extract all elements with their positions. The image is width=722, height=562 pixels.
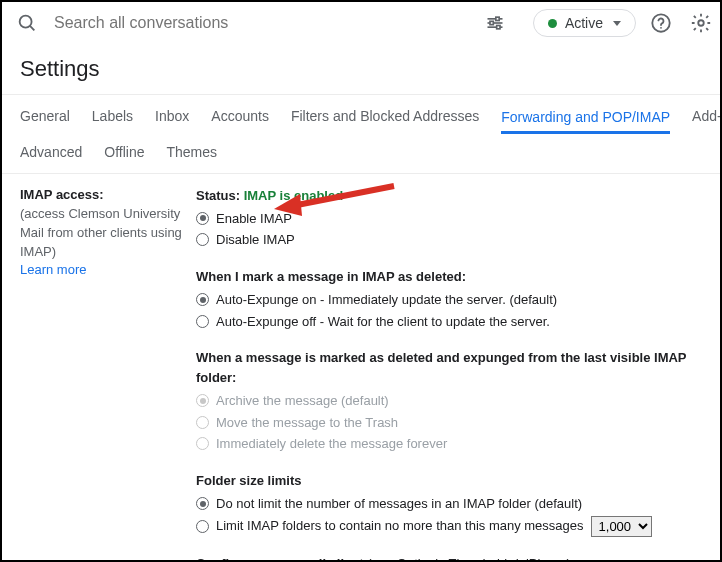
option-label: Do not limit the number of messages in a… xyxy=(216,494,582,514)
svg-rect-6 xyxy=(490,21,493,24)
expunge-archive-option: Archive the message (default) xyxy=(196,390,714,412)
option-label: Move the message to the Trash xyxy=(216,413,398,433)
option-label: Disable IMAP xyxy=(216,230,295,250)
top-bar: Active xyxy=(2,2,720,44)
auto-expunge-on-option[interactable]: Auto-Expunge on - Immediately update the… xyxy=(196,289,714,311)
tab-labels[interactable]: Labels xyxy=(92,106,133,126)
radio-icon xyxy=(196,520,209,533)
gear-icon[interactable] xyxy=(686,8,716,38)
status-chip-label: Active xyxy=(565,15,603,31)
folder-group-title: Folder size limits xyxy=(196,471,714,491)
imap-status: Status: IMAP is enabled xyxy=(196,186,714,206)
radio-icon xyxy=(196,315,209,328)
imap-access-heading: IMAP access: xyxy=(20,186,182,205)
svg-rect-5 xyxy=(496,17,499,20)
tune-icon[interactable] xyxy=(485,13,505,33)
status-dot-icon xyxy=(548,19,557,28)
help-icon[interactable] xyxy=(646,8,676,38)
svg-rect-7 xyxy=(497,26,500,29)
option-label: Limit IMAP folders to contain no more th… xyxy=(216,516,584,536)
imap-access-desc: (access Clemson University Mail from oth… xyxy=(20,205,182,262)
tab-forwarding-and-pop-imap[interactable]: Forwarding and POP/IMAP xyxy=(501,107,670,134)
svg-point-10 xyxy=(698,20,704,26)
radio-icon xyxy=(196,293,209,306)
expunge-trash-option: Move the message to the Trash xyxy=(196,412,714,434)
enable-imap-option[interactable]: Enable IMAP xyxy=(196,208,714,230)
radio-icon xyxy=(196,437,209,450)
expunge-group-title: When a message is marked as deleted and … xyxy=(196,348,714,387)
option-label: Archive the message (default) xyxy=(216,391,389,411)
tab-offline[interactable]: Offline xyxy=(104,142,144,162)
option-label: Auto-Expunge off - Wait for the client t… xyxy=(216,312,550,332)
svg-point-0 xyxy=(20,16,32,28)
svg-line-1 xyxy=(30,26,34,30)
radio-icon xyxy=(196,416,209,429)
tab-filters-and-blocked-addresses[interactable]: Filters and Blocked Addresses xyxy=(291,106,479,126)
folder-no-limit-option[interactable]: Do not limit the number of messages in a… xyxy=(196,493,714,515)
deleted-group-title: When I mark a message in IMAP as deleted… xyxy=(196,267,714,287)
tabs-bar: GeneralLabelsInboxAccountsFilters and Bl… xyxy=(2,94,720,174)
section-body: Status: IMAP is enabled Enable IMAP Disa… xyxy=(196,182,720,562)
search-input[interactable] xyxy=(52,13,471,33)
chevron-down-icon xyxy=(613,21,621,26)
tab-advanced[interactable]: Advanced xyxy=(20,142,82,162)
search-icon[interactable] xyxy=(16,12,38,34)
option-label: Auto-Expunge on - Immediately update the… xyxy=(216,290,557,310)
disable-imap-option[interactable]: Disable IMAP xyxy=(196,229,714,251)
svg-point-9 xyxy=(660,27,662,29)
tab-accounts[interactable]: Accounts xyxy=(211,106,269,126)
tab-inbox[interactable]: Inbox xyxy=(155,106,189,126)
radio-icon xyxy=(196,497,209,510)
folder-limit-select[interactable]: 1,000 xyxy=(591,516,652,537)
radio-icon xyxy=(196,394,209,407)
search-box xyxy=(8,8,513,38)
page-title: Settings xyxy=(2,44,720,94)
status-value: IMAP is enabled xyxy=(244,188,343,203)
expunge-delete-option: Immediately delete the message forever xyxy=(196,433,714,455)
radio-icon xyxy=(196,212,209,225)
auto-expunge-off-option[interactable]: Auto-Expunge off - Wait for the client t… xyxy=(196,311,714,333)
option-label: Immediately delete the message forever xyxy=(216,434,447,454)
folder-limit-option[interactable]: Limit IMAP folders to contain no more th… xyxy=(196,515,714,538)
configure-title: Configure your email client (e.g. Outloo… xyxy=(196,554,714,563)
status-label: Status: xyxy=(196,188,244,203)
tab-general[interactable]: General xyxy=(20,106,70,126)
tab-add-ons[interactable]: Add-ons xyxy=(692,106,722,126)
option-label: Enable IMAP xyxy=(216,209,292,229)
status-chip[interactable]: Active xyxy=(533,9,636,37)
radio-icon xyxy=(196,233,209,246)
tab-themes[interactable]: Themes xyxy=(167,142,218,162)
learn-more-link[interactable]: Learn more xyxy=(20,261,182,280)
section-side: IMAP access: (access Clemson University … xyxy=(20,182,196,562)
